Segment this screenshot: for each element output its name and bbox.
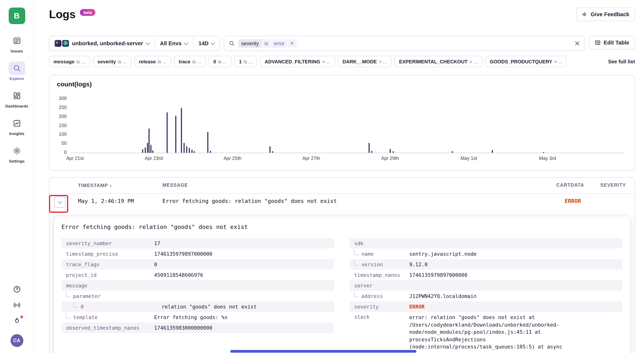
search-input[interactable]: severity is error ✕ ✕ xyxy=(224,36,585,51)
detail-title: Error fetching goods: relation "goods" d… xyxy=(62,224,622,230)
search-token[interactable]: severity is error ✕ xyxy=(239,39,297,48)
filter-chip-1[interactable]: 1 is ... xyxy=(234,56,257,67)
chart-bar xyxy=(186,147,188,153)
detail-key: trace_flags xyxy=(66,261,100,267)
detail-row-parameter: parameter xyxy=(62,291,334,301)
detail-column-left: severity_number 17timestamp_precise 1746… xyxy=(62,238,334,333)
detail-value: sentry.javascript.node xyxy=(409,251,477,257)
column-header-cartdata[interactable]: CARTDATA xyxy=(556,183,584,188)
detail-row-server: server xyxy=(350,280,622,291)
help-icon[interactable] xyxy=(12,285,21,293)
row-severity: ERROR xyxy=(565,198,581,204)
project-selector[interactable]: unborked, unborked-server xyxy=(49,36,154,51)
detail-row-version: version 9.12.0 xyxy=(350,259,622,270)
chart-bar xyxy=(166,112,168,153)
detail-key: observed_timestamp_nanos xyxy=(66,325,140,331)
filter-chip-0[interactable]: 0 is ... xyxy=(209,56,231,67)
flame-icon[interactable] xyxy=(12,317,21,325)
tree-elbow-icon xyxy=(74,302,78,307)
filter-chip-message[interactable]: message is ... xyxy=(49,56,90,67)
beta-badge: beta xyxy=(80,9,95,16)
y-axis-tick: 0 xyxy=(52,150,67,155)
selector-group: unborked, unborked-server All Envs 14D xyxy=(49,36,220,51)
sidebar-item-issues[interactable]: Issues xyxy=(5,34,28,53)
avatar[interactable]: CA xyxy=(10,334,23,347)
tree-elbow-icon xyxy=(354,249,359,255)
x-axis-tick: May 3rd xyxy=(530,156,564,161)
org-logo[interactable]: B xyxy=(8,8,25,24)
search-clear-icon[interactable]: ✕ xyxy=(574,40,580,47)
project-icon xyxy=(55,40,62,47)
filter-chips-row: message is ...severity is ...release is … xyxy=(49,56,635,67)
filter-chip-dark__mode[interactable]: DARK__MODE > ... xyxy=(338,56,392,67)
sidebar-item-label: Issues xyxy=(10,49,23,53)
chart-bar xyxy=(192,150,192,153)
detail-key: timestamp_precise xyxy=(66,251,118,257)
filter-chip-advanced_filtering[interactable]: ADVANCED_FILTERING > ... xyxy=(260,56,335,67)
sidebar-nav: Issues Explore Dashboards Insights Setti… xyxy=(5,34,28,172)
filter-chip-release[interactable]: release is ... xyxy=(134,56,171,67)
table-header: TIMESTAMP↓ MESSAGE CARTDATA SEVERITY xyxy=(49,178,634,194)
detail-row-project_id: project_id 4509118548606976 xyxy=(62,270,334,280)
detail-value: J12PWN42YQ.localdomain xyxy=(409,293,477,299)
row-message: Error fetching goods: relation "goods" d… xyxy=(162,198,337,204)
settings-icon xyxy=(8,144,25,158)
chart-bar xyxy=(184,143,185,153)
sidebar-item-settings[interactable]: Settings xyxy=(5,144,28,163)
detail-row-severity: severity ERROR xyxy=(350,301,622,312)
detail-key: message xyxy=(66,282,88,288)
date-range-selector[interactable]: 14D xyxy=(193,36,220,51)
filter-chip-experimental_checkout[interactable]: EXPERIMENTAL_CHECKOUT > ... xyxy=(394,56,482,67)
detail-value: relation "goods" does not exist xyxy=(162,304,256,310)
chart-bar xyxy=(368,143,370,153)
filter-toolbar: unborked, unborked-server All Envs 14D s… xyxy=(49,36,635,51)
row-timestamp: May 1, 2:46:19 PM xyxy=(78,198,134,204)
sidebar-bottom-icons xyxy=(12,285,21,325)
sidebar-item-label: Dashboards xyxy=(5,104,28,108)
y-axis-tick: 50 xyxy=(52,141,67,146)
chart-bar xyxy=(194,151,195,153)
megaphone-icon xyxy=(582,11,588,17)
horizontal-scrollbar-thumb[interactable] xyxy=(230,350,416,352)
logs-table: TIMESTAMP↓ MESSAGE CARTDATA SEVERITY May… xyxy=(49,177,635,353)
token-remove-icon[interactable]: ✕ xyxy=(288,39,296,48)
chart-bar xyxy=(181,108,182,153)
detail-value: 1746135979897000000 xyxy=(409,272,468,278)
detail-key: 0 xyxy=(81,304,84,310)
column-header-message[interactable]: MESSAGE xyxy=(162,183,188,188)
row-expand-button[interactable] xyxy=(54,196,66,208)
y-axis-tick: 100 xyxy=(52,132,67,137)
chart-bar xyxy=(207,132,208,153)
filter-chip-severity[interactable]: severity is ... xyxy=(93,56,131,67)
token-key: severity xyxy=(239,39,262,48)
detail-key: name xyxy=(362,251,374,257)
column-header-timestamp[interactable]: TIMESTAMP↓ xyxy=(78,183,112,188)
sidebar-item-insights[interactable]: Insights xyxy=(5,117,28,136)
column-header-severity[interactable]: SEVERITY xyxy=(600,183,626,188)
chart-bar xyxy=(144,147,146,153)
chart-bar xyxy=(188,148,190,153)
detail-value: 4509118548606976 xyxy=(154,272,203,278)
filter-chip-goods_productquery[interactable]: GOODS_PRODUCTQUERY > ... xyxy=(485,56,567,67)
give-feedback-button[interactable]: Give Feedback xyxy=(576,8,635,21)
detail-value: 1746135983000000000 xyxy=(154,325,212,331)
edit-table-button[interactable]: Edit Table xyxy=(589,36,635,49)
environment-selector[interactable]: All Envs xyxy=(154,36,193,51)
chevron-down-icon xyxy=(211,41,215,45)
sidebar-item-explore[interactable]: Explore xyxy=(5,62,28,81)
y-axis-tick: 150 xyxy=(52,123,67,128)
detail-row-stack: stack error: relation "goods" does not e… xyxy=(350,312,622,352)
x-axis-tick: May 1st xyxy=(452,156,486,161)
date-range-label: 14D xyxy=(198,40,208,46)
tree-elbow-icon xyxy=(354,291,359,297)
chart-bar xyxy=(543,152,544,153)
chart-bar xyxy=(147,143,148,153)
sidebar-item-dashboards[interactable]: Dashboards xyxy=(5,89,28,108)
see-full-list-link[interactable]: See full list xyxy=(608,59,635,64)
filter-chip-trace[interactable]: trace is ... xyxy=(174,56,206,67)
log-table-row[interactable]: May 1, 2:46:19 PM Error fetching goods: … xyxy=(49,193,634,210)
tree-elbow-icon xyxy=(354,260,359,265)
detail-row-0: 0 relation "goods" does not exist xyxy=(62,301,334,312)
broadcast-icon[interactable] xyxy=(12,301,21,309)
notification-dot xyxy=(20,316,23,318)
